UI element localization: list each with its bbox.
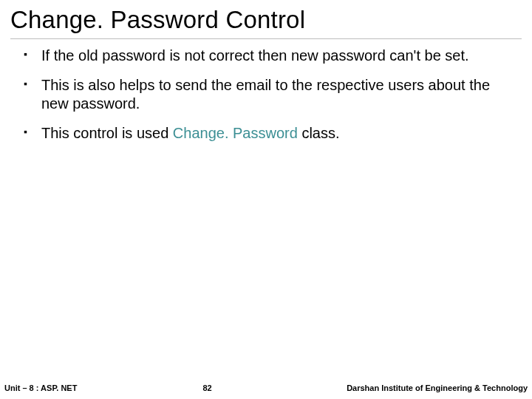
bullet-list: If the old password is not correct then … (21, 47, 511, 143)
list-item: If the old password is not correct then … (21, 47, 511, 66)
slide: Change. Password Control If the old pass… (0, 0, 532, 399)
list-item: This control is used Change. Password cl… (21, 124, 511, 143)
list-item-prefix: This control is used (41, 125, 173, 141)
list-item-suffix: class. (298, 125, 340, 141)
footer-unit: Unit – 8 : ASP. NET (4, 383, 77, 392)
footer-institute: Darshan Institute of Engineering & Techn… (347, 383, 528, 392)
footer-page: 82 (77, 383, 347, 392)
list-item: This is also helps to send the email to … (21, 76, 511, 114)
footer: Unit – 8 : ASP. NET 82 Darshan Institute… (0, 380, 532, 399)
content-area: If the old password is not correct then … (0, 39, 532, 143)
slide-title: Change. Password Control (0, 0, 532, 38)
class-name: Change. Password (173, 125, 298, 141)
